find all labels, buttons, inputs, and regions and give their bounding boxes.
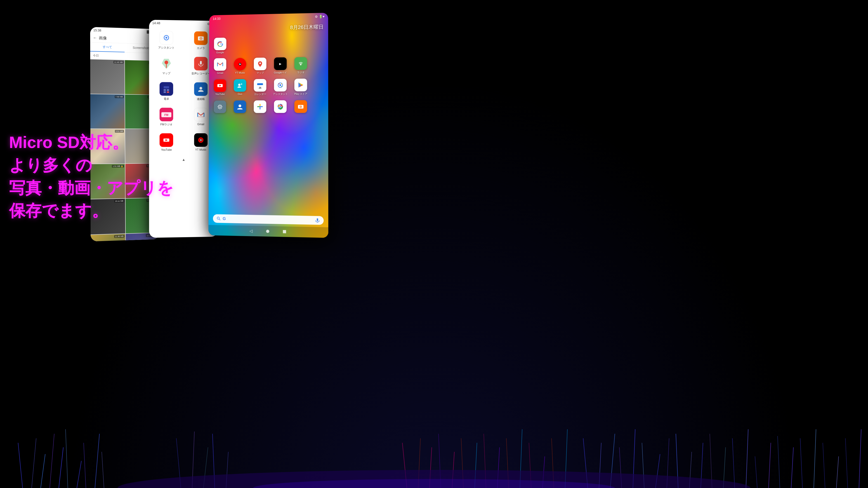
tablet-app-gmail[interactable]: Gmail [212, 58, 228, 74]
tablet-app-maps[interactable]: マップ [252, 58, 268, 74]
svg-line-0 [18, 443, 23, 488]
app-item-assistant[interactable]: アシスタント [153, 31, 180, 50]
tablet-status-icons: ⚙ 🔋♥ [315, 15, 324, 19]
app-label-gmail: Gmail [197, 123, 204, 126]
svg-line-33 [791, 447, 794, 488]
tablet-app-camera2[interactable] [293, 100, 309, 114]
svg-line-8 [95, 434, 99, 488]
gallery-back-icon[interactable]: ← [93, 35, 97, 40]
gallery-time: 15:38 [93, 29, 101, 32]
apps-time: 14:48 [152, 21, 160, 25]
svg-line-3 [50, 434, 54, 488]
tablet-back-btn[interactable]: ◁ [250, 228, 253, 233]
recorder-icon [194, 57, 208, 70]
app-item-fm[interactable]: FM FMラジオ [153, 108, 180, 127]
svg-line-5 [66, 429, 68, 488]
svg-line-132 [219, 219, 220, 220]
tablet-app-chrome[interactable] [272, 100, 288, 114]
tablet-recents-btn[interactable] [283, 230, 286, 233]
tablet-app-playstore[interactable]: Play ストア [293, 78, 309, 96]
svg-point-130 [301, 106, 301, 107]
svg-rect-73 [167, 90, 169, 91]
tablet-app-label-radio: ラジオ [297, 71, 305, 74]
tablet-nav-bar: ◁ [209, 225, 328, 238]
tablet-search-bar[interactable]: G [213, 214, 324, 225]
svg-rect-107 [257, 83, 263, 85]
svg-line-31 [769, 443, 771, 488]
svg-point-77 [199, 87, 202, 90]
svg-line-36 [823, 443, 825, 488]
apps-nav-arrow: ▲ [182, 158, 186, 162]
app-label-ytmusic: YT Music [195, 148, 206, 151]
tablet-app-label-maps: マップ [256, 71, 264, 74]
tablet-calendar-icon: 26 [254, 79, 267, 92]
tablet-app-label-google: Google [216, 51, 224, 54]
tablet-app-label-playstore: Play ストア [294, 92, 307, 96]
tablet-youtube-icon [214, 79, 226, 92]
gallery-cell[interactable]: 7.50 MB [90, 94, 125, 129]
tablet-icons-area: Google [209, 34, 329, 216]
tablet-time: 14:33 [213, 17, 220, 21]
app-item-maps[interactable]: マップ [153, 56, 180, 75]
camera-icon [194, 31, 208, 45]
ytmusic-icon [194, 133, 208, 147]
tablet-app-youtube[interactable]: YouTube [212, 79, 228, 96]
tablet-camera-icon [294, 100, 307, 113]
svg-rect-72 [164, 89, 166, 91]
tablet-app-calendar[interactable]: 26 カレンダー [252, 79, 268, 96]
calculator-icon [160, 82, 173, 96]
app-label-calculator: 電卓 [164, 97, 169, 101]
tablet-app-duo[interactable]: Duo [232, 79, 248, 95]
marketing-line2: より多くの [9, 154, 174, 177]
marketing-line3: 写真・動画・アプリを [9, 177, 174, 199]
tablet-home-btn[interactable] [266, 230, 269, 233]
tablet-chrome-icon [274, 100, 287, 113]
svg-line-9 [102, 452, 104, 488]
tablet-app-contacts2[interactable] [232, 101, 248, 114]
tablet-playstore-icon [294, 78, 307, 92]
app-label-fm: FMラジオ [160, 123, 172, 127]
tablet-app-label-youtube: YouTube [215, 93, 225, 95]
tablet-app-ytmusic[interactable]: YT Music [232, 58, 248, 74]
mic-icon[interactable] [315, 218, 320, 223]
app-label-recorder: 音声レコーダー [191, 72, 210, 76]
svg-point-113 [281, 84, 282, 84]
app-label-assistant: アシスタント [158, 46, 175, 50]
gallery-cell[interactable]: 11.90 MB [91, 234, 125, 241]
svg-line-35 [814, 429, 816, 488]
tablet-app-gpay[interactable]: ▶ Googleペイ [272, 57, 288, 74]
tablet-row2: Gmail YT Music [212, 57, 324, 75]
tablet-app-label-duo: Duo [238, 93, 242, 95]
gallery-title: 画像 [99, 35, 107, 41]
svg-rect-75 [167, 92, 169, 93]
tablet-app-google[interactable]: Google [213, 37, 228, 54]
tablet-ytmusic-icon [234, 58, 246, 70]
svg-point-125 [280, 106, 281, 107]
svg-line-34 [800, 438, 802, 488]
svg-rect-116 [216, 103, 223, 110]
tablet-app-assistant2[interactable]: アシスタント [272, 79, 288, 96]
tablet-duo-icon [234, 79, 246, 92]
svg-line-7 [84, 443, 86, 488]
gallery-tab-all[interactable]: すべて [90, 42, 125, 53]
tablet-app-radio[interactable]: ラジオ [293, 57, 309, 74]
tablet-gmail-icon [214, 58, 226, 71]
svg-rect-68 [200, 61, 202, 65]
svg-line-4 [59, 447, 63, 488]
app-label-camera: カメラ [197, 46, 205, 50]
tablet-app-settings[interactable] [212, 101, 228, 114]
tablet-maps-icon [254, 58, 267, 70]
svg-text:26: 26 [259, 87, 261, 89]
marketing-line4: 保存でます。 [9, 199, 174, 222]
app-item-calculator[interactable]: 電卓 [153, 82, 180, 101]
svg-rect-133 [317, 218, 318, 221]
gallery-cell[interactable]: 12.46 MB [90, 59, 125, 94]
svg-line-28 [733, 438, 735, 488]
search-g-logo: G [223, 216, 226, 221]
tablet-app-label-ytmusic: YT Music [235, 71, 245, 74]
tablet-app-label-assistant: アシスタント [273, 92, 288, 96]
tablet-app-label-calendar: カレンダー [254, 92, 266, 96]
tablet-assistant-icon [274, 79, 287, 92]
tablet-app-photos[interactable] [252, 100, 268, 114]
svg-line-29 [746, 429, 748, 488]
